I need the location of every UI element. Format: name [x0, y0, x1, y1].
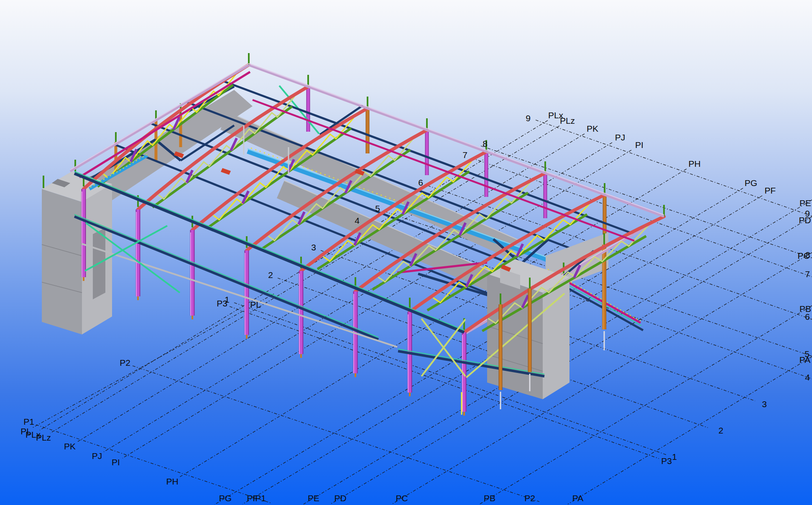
grid-label-P2: P2 — [120, 358, 130, 367]
grid-label-9: 9 — [526, 113, 531, 123]
grid-label-2: 2 — [718, 426, 723, 435]
grid-label-PJ: PJ — [92, 451, 102, 461]
tower-left-front-face — [42, 189, 82, 334]
grid-label-3: 3 — [762, 399, 767, 409]
grid-label-PC: PC — [396, 493, 408, 503]
grid-label-6: 6 — [418, 178, 423, 187]
grid-label-4: 4 — [805, 372, 810, 382]
grid-label-7: 7 — [805, 269, 810, 279]
grid-label-PLz: PLz — [36, 433, 51, 442]
grid-label-PL: PL — [250, 300, 261, 309]
grid-label-5: 5 — [375, 204, 380, 213]
grid-label-P1: P1 — [255, 493, 266, 503]
grid-label-PJ: PJ — [615, 133, 626, 142]
grid-label-PI: PI — [112, 457, 120, 467]
grid-label-PK: PK — [64, 441, 76, 451]
grid-label-2: 2 — [268, 270, 273, 280]
grid-label-PE: PE — [308, 493, 319, 503]
grid-label-PF: PF — [765, 186, 776, 195]
grid-label-PD: PD — [799, 215, 811, 225]
grid-label-PG: PG — [745, 178, 757, 188]
grid-label-PE: PE — [799, 198, 811, 208]
grid-label-PD: PD — [334, 493, 346, 503]
grid-label-PLz: PLz — [560, 116, 575, 125]
grid-label-PK: PK — [587, 124, 598, 133]
grid-label-PI: PI — [635, 140, 643, 150]
grid-label-PA: PA — [572, 493, 583, 503]
grid-label-3: 3 — [311, 242, 316, 252]
grid-label-PH: PH — [688, 159, 700, 168]
tower-right-side-face — [543, 277, 569, 399]
grid-label-6: 6 — [805, 312, 810, 321]
grid-label-PB: PB — [484, 493, 495, 503]
grid-label-4: 4 — [355, 216, 360, 225]
grid-label-PG: PG — [219, 493, 232, 503]
grid-label-8: 8 — [805, 250, 810, 260]
grid-label-PH: PH — [166, 477, 178, 486]
structural-3d-scene: 9PLxPLzPKPJPIPHPGPFPE9PD87PC87PB65PA4321… — [0, 0, 812, 505]
grid-label-1: 1 — [672, 452, 677, 462]
grid-label-P3: P3 — [661, 456, 672, 466]
grid-label-P2: P2 — [524, 493, 535, 503]
grid-label-P3: P3 — [217, 298, 227, 308]
grid-label-8: 8 — [483, 139, 488, 148]
model-viewport[interactable]: 9PLxPLzPKPJPIPHPGPFPE9PD87PC87PB65PA4321… — [0, 0, 812, 505]
grid-label-PA: PA — [799, 355, 810, 365]
grid-label-P1: P1 — [23, 417, 34, 426]
grid-label-7: 7 — [462, 150, 467, 160]
